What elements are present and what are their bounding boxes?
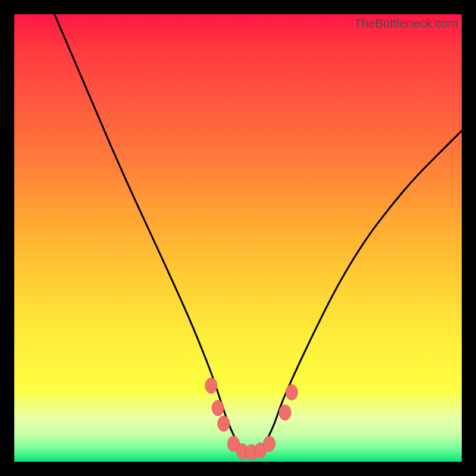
curve-marker [218,416,230,431]
chart-frame: TheBottleneck.com [0,0,476,476]
curve-marker [264,436,275,452]
marker-group [205,378,298,460]
plot-area: TheBottleneck.com [14,14,462,462]
bottleneck-curve [55,14,462,453]
curve-marker [286,384,298,400]
curve-svg [14,14,462,462]
curve-marker [279,405,291,420]
curve-marker [212,400,224,416]
watermark-text: TheBottleneck.com [354,17,458,30]
curve-marker [205,378,217,393]
